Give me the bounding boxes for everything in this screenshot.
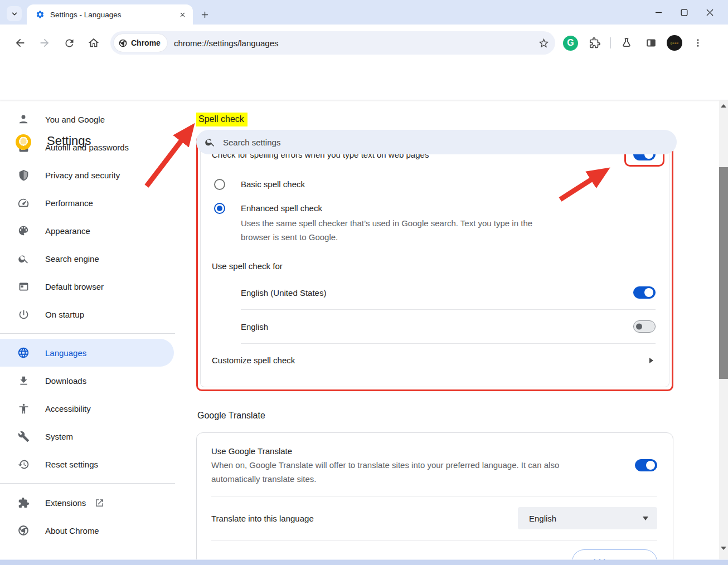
- side-panel-icon[interactable]: [642, 33, 661, 52]
- settings-header: Settings: [0, 61, 728, 100]
- back-button[interactable]: [11, 33, 30, 52]
- maximize-button[interactable]: [671, 3, 697, 21]
- tab-title: Settings - Languages: [50, 11, 177, 19]
- search-icon: [205, 137, 216, 148]
- translate-language-select[interactable]: English: [518, 507, 657, 529]
- toolbar-separator: [610, 37, 611, 48]
- enhanced-spell-check-option[interactable]: Enhanced spell check: [214, 202, 669, 215]
- sidebar-divider: [0, 483, 175, 484]
- chrome-icon: [118, 38, 128, 48]
- browser-toolbar: Chrome chrome://settings/languages G gee…: [0, 25, 728, 61]
- enhanced-spell-check-radio[interactable]: [214, 203, 225, 214]
- spell-check-language-row: English (United States): [241, 276, 656, 310]
- sidebar-item-languages[interactable]: Languages: [0, 339, 174, 367]
- basic-spell-check-option[interactable]: Basic spell check: [214, 178, 669, 191]
- browser-tab[interactable]: Settings - Languages: [27, 4, 193, 25]
- close-window-button[interactable]: [697, 3, 722, 21]
- labs-flask-icon[interactable]: [617, 33, 636, 52]
- chevron-down-icon: [11, 10, 18, 18]
- accessibility-icon: [17, 402, 30, 415]
- kebab-menu-icon[interactable]: [688, 33, 707, 52]
- spell-check-annotation-box: Check for spelling errors when you type …: [196, 135, 673, 391]
- spell-check-heading: Spell check: [196, 113, 247, 126]
- wrench-icon: [17, 430, 30, 443]
- settings-main: Spell check Check for spelling errors wh…: [184, 100, 728, 565]
- globe-icon: [17, 346, 30, 359]
- sidebar-item-default-browser[interactable]: Default browser: [0, 272, 184, 300]
- search-icon: [17, 252, 30, 265]
- basic-spell-check-radio[interactable]: [214, 179, 225, 190]
- external-link-icon: [95, 498, 104, 508]
- sidebar-item-you-and-google[interactable]: You and Google: [0, 105, 184, 133]
- scrollbar[interactable]: [719, 100, 728, 559]
- chrome-settings-logo: [16, 134, 31, 150]
- grammarly-extension-icon[interactable]: G: [563, 36, 578, 51]
- chevron-down-icon: [643, 517, 648, 520]
- sidebar-item-privacy[interactable]: Privacy and security: [0, 161, 184, 189]
- sidebar-item-performance[interactable]: Performance: [0, 189, 184, 217]
- sidebar-divider: [0, 333, 175, 334]
- minimize-button[interactable]: [646, 3, 671, 21]
- url-text[interactable]: chrome://settings/languages: [174, 38, 531, 48]
- tab-close-icon[interactable]: [177, 9, 187, 20]
- forward-button[interactable]: [35, 33, 54, 52]
- google-translate-heading: Google Translate: [197, 411, 673, 421]
- history-icon: [17, 457, 30, 471]
- scrollbar-thumb[interactable]: [719, 167, 728, 379]
- settings-search-box[interactable]: [196, 130, 677, 154]
- sidebar-item-extensions[interactable]: Extensions: [0, 489, 184, 517]
- address-bar[interactable]: Chrome chrome://settings/languages: [110, 31, 555, 55]
- google-translate-toggle[interactable]: [635, 459, 657, 471]
- shield-icon: [17, 168, 30, 182]
- sidebar-item-about-chrome[interactable]: About Chrome: [0, 517, 184, 544]
- sidebar-item-reset[interactable]: Reset settings: [0, 450, 184, 478]
- sidebar-item-downloads[interactable]: Downloads: [0, 367, 184, 394]
- translate-into-row: Translate into this language English: [211, 496, 657, 540]
- site-chip-label: Chrome: [131, 38, 161, 47]
- use-spell-check-for-label: Use spell check for: [212, 261, 669, 271]
- translate-into-label: Translate into this language: [211, 514, 314, 523]
- sidebar-item-search-engine[interactable]: Search engine: [0, 245, 184, 272]
- page-title: Settings: [47, 134, 91, 148]
- profile-avatar[interactable]: geek: [667, 35, 682, 51]
- window-controls: [646, 3, 722, 21]
- settings-search-input[interactable]: [223, 138, 677, 147]
- gear-icon: [36, 10, 45, 19]
- spell-check-language-row: English: [241, 310, 656, 344]
- puzzle-icon: [17, 496, 30, 509]
- sidebar-item-accessibility[interactable]: Accessibility: [0, 394, 184, 422]
- english-toggle[interactable]: [633, 320, 656, 333]
- customize-spell-check-row[interactable]: Customize spell check: [201, 344, 669, 377]
- download-icon: [17, 374, 30, 387]
- tab-search-button[interactable]: [7, 6, 22, 21]
- chevron-right-icon: [649, 358, 653, 363]
- sidebar-item-system[interactable]: System: [0, 422, 184, 450]
- plus-icon: [201, 11, 209, 19]
- person-icon: [17, 113, 30, 126]
- sidebar-item-appearance[interactable]: Appearance: [0, 217, 184, 245]
- extensions-puzzle-icon[interactable]: [585, 33, 604, 52]
- browser-window: Settings - Languages Chrome chrome://set…: [0, 0, 728, 565]
- home-button[interactable]: [84, 33, 103, 52]
- bookmark-star-icon[interactable]: [534, 33, 553, 52]
- taskbar-edge: [0, 559, 728, 565]
- chrome-logo-icon: [17, 524, 30, 537]
- enhanced-spell-check-description: Uses the same spell checker that’s used …: [241, 216, 564, 244]
- use-google-translate-description: When on, Google Translate will offer to …: [211, 458, 601, 486]
- sidebar-item-on-startup[interactable]: On startup: [0, 300, 184, 328]
- speedometer-icon: [17, 196, 30, 210]
- use-google-translate-row[interactable]: Use Google Translate When on, Google Tra…: [211, 433, 657, 496]
- scroll-down-arrow[interactable]: [719, 544, 728, 553]
- scroll-up-arrow[interactable]: [719, 101, 728, 110]
- english-us-toggle[interactable]: [633, 286, 656, 299]
- use-google-translate-title: Use Google Translate: [211, 444, 601, 458]
- power-icon: [17, 308, 30, 321]
- site-chip[interactable]: Chrome: [114, 34, 167, 52]
- tab-strip: Settings - Languages: [0, 0, 728, 25]
- palette-icon: [17, 224, 30, 237]
- browser-window-icon: [17, 280, 30, 293]
- new-tab-button[interactable]: [197, 7, 212, 22]
- reload-button[interactable]: [60, 33, 79, 52]
- google-translate-card: Use Google Translate When on, Google Tra…: [196, 432, 673, 565]
- spell-check-card: Check for spelling errors when you type …: [200, 139, 669, 387]
